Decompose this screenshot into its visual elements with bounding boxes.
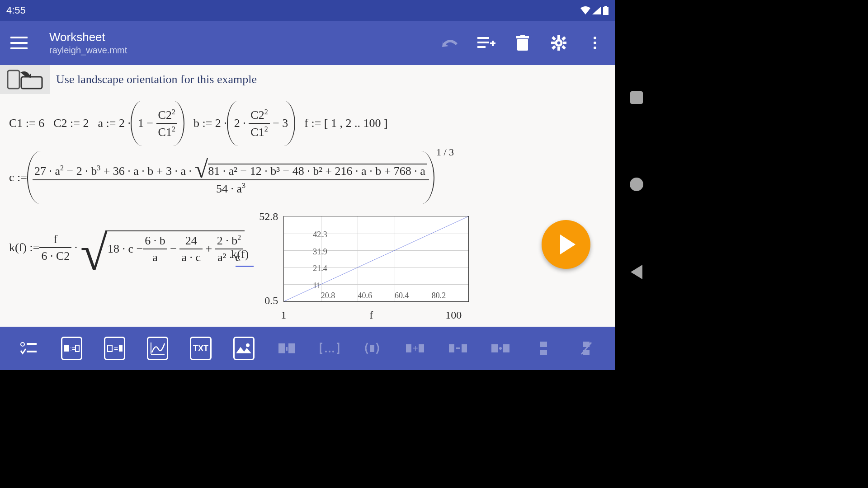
svg-rect-0 [603,7,609,15]
plot-xlabel: f [369,309,373,321]
undo-icon [442,38,458,48]
svg-rect-3 [477,42,489,43]
system-nav-bar [615,0,658,370]
svg-rect-39 [406,344,411,352]
svg-rect-43 [456,347,460,349]
tool-equal[interactable]: = [104,337,125,360]
def-c1[interactable]: C1 := 6 [9,117,44,130]
tool-assign[interactable]: := [61,337,82,360]
action-bar [441,34,604,52]
trash-icon [516,35,529,51]
svg-rect-12 [557,47,560,51]
tool-plot[interactable] [147,337,168,360]
exponent-third: 1 / 3 [436,146,454,158]
svg-point-37 [332,351,334,352]
clock: 4:55 [6,5,26,16]
svg-rect-51 [583,350,590,355]
svg-rect-19 [8,70,19,89]
tool-span-add[interactable]: + [405,337,426,360]
svg-point-10 [556,40,561,46]
page-title: Worksheet [49,30,441,44]
svg-rect-24 [27,351,37,352]
def-c2[interactable]: C2 := 2 [53,117,89,130]
plot-y-series-label: k(f) [231,248,249,261]
tool-checklist[interactable] [18,337,39,360]
svg-rect-2 [477,37,489,39]
gear-icon [551,35,566,51]
svg-rect-48 [540,342,547,347]
svg-rect-34 [286,347,288,351]
tool-parens[interactable] [362,337,383,360]
app-bar: Worksheet rayleigh_wave.mmt [0,21,615,65]
delete-button[interactable] [514,34,532,52]
page-subtitle: rayleigh_wave.mmt [49,45,441,56]
svg-text::=: := [70,345,75,352]
svg-line-21 [284,216,468,301]
math-area[interactable]: C1 := 6 C2 := 2 a := 2 · 1 − C22 C12 b :… [0,94,615,327]
plot-series-line [284,216,468,301]
plot-box: 42.3 31.9 21.4 11 20.8 40.6 60.4 80.2 [283,216,469,302]
menu-button[interactable] [6,31,31,56]
span-dot-icon [491,342,510,355]
svg-rect-23 [27,343,37,345]
brackets-icon [320,342,340,355]
settings-button[interactable] [550,34,568,52]
plot-xmin: 1 [281,309,286,321]
svg-rect-28 [108,345,112,352]
hint-text: Use landscape orientation for this examp… [56,73,257,86]
tool-image[interactable] [233,337,255,360]
list-add-icon [477,36,495,50]
tool-brackets[interactable] [319,337,340,360]
svg-rect-49 [540,350,547,355]
tool-span-dot[interactable] [490,337,511,360]
definitions-row-1: C1 := 6 C2 := 2 a := 2 · 1 − C22 C12 b :… [9,99,606,148]
undo-button[interactable] [441,34,459,52]
bottom-toolbar: := = TXT [0,327,615,370]
tool-frac[interactable] [576,337,597,360]
svg-rect-18 [561,36,566,41]
add-item-button[interactable] [477,34,495,52]
kebab-icon [594,37,596,49]
svg-rect-27 [75,345,79,352]
plot-kf[interactable]: k(f) 52.8 0.5 42.3 31.9 [256,211,473,320]
plot-legend-line [236,266,254,267]
hamburger-icon [10,37,28,49]
svg-rect-47 [503,344,509,352]
row-kf-and-plot: k(f) := f 6 · C2 · √ 18 · c − 6 · b [9,211,606,320]
svg-rect-13 [551,42,555,44]
span-gap-icon [448,342,468,355]
orientation-icon[interactable] [0,65,50,94]
signal-icon [592,6,601,14]
worksheet-content[interactable]: Use landscape orientation for this examp… [0,65,615,327]
svg-rect-45 [491,344,498,352]
blocks-icon [278,342,296,355]
definition-c[interactable]: c := 27 · a2 − 2 · b3 + 36 · a · b + 3 ·… [9,148,606,207]
tool-sep1[interactable] [276,337,297,360]
nav-home-button[interactable] [630,178,643,191]
svg-point-36 [329,351,330,352]
svg-rect-41 [419,344,424,352]
def-b[interactable]: b := 2 · 2 · C22 C12 − 3 [193,101,295,146]
definition-kf[interactable]: k(f) := f 6 · C2 · √ 18 · c − 6 · b [9,211,245,284]
svg-rect-7 [517,39,528,51]
stack-icon [538,341,549,356]
def-a[interactable]: a := 2 · 1 − C22 C12 [98,101,184,146]
svg-rect-30 [119,345,123,352]
svg-rect-4 [477,46,486,48]
plot-ymin: 0.5 [264,295,278,307]
tool-stack[interactable] [533,337,554,360]
svg-text:=: = [114,345,118,352]
tool-text[interactable]: TXT [190,337,211,360]
tool-span-gap[interactable] [447,337,468,360]
equal-icon: = [106,342,123,355]
run-button[interactable] [542,220,590,269]
overflow-button[interactable] [586,34,604,52]
svg-point-31 [246,343,250,347]
nav-recent-button[interactable] [630,91,643,104]
svg-point-46 [499,347,502,350]
def-f[interactable]: f := [ 1 , 2 .. 100 ] [304,117,387,130]
nav-back-button[interactable] [631,265,642,279]
wifi-icon [580,6,590,14]
svg-rect-44 [462,344,467,352]
assign-icon: := [63,342,80,355]
